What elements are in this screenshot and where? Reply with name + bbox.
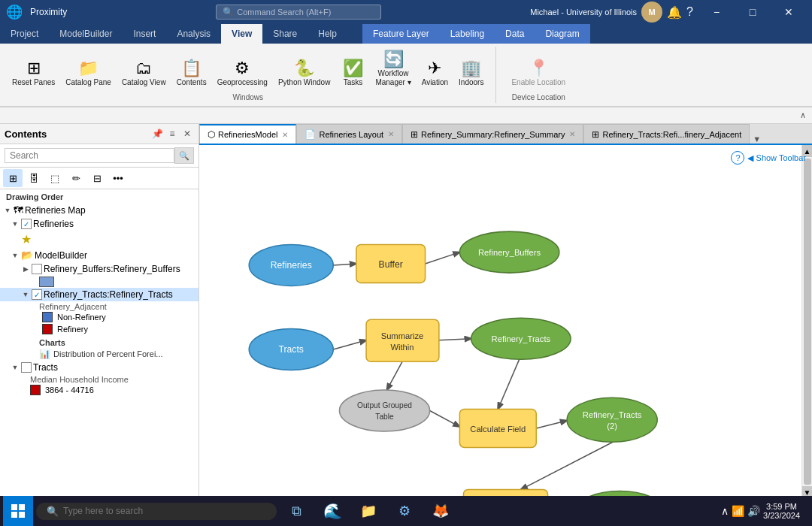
reset-panes-button[interactable]: ⊞ Reset Panes xyxy=(8,57,59,90)
windows-bar: ∧ xyxy=(0,107,812,124)
list-by-editing-button[interactable]: ✏ xyxy=(66,169,86,187)
close-button[interactable]: ✕ xyxy=(771,0,806,24)
python-window-label: Python Window xyxy=(278,78,330,87)
taskbar-search-bar[interactable]: 🔍 xyxy=(36,503,277,520)
tray-arrow-icon[interactable]: ∧ xyxy=(721,505,729,517)
firefox-button[interactable]: 🦊 xyxy=(424,496,457,526)
chart-dist-percent[interactable]: 📊 Distribution of Percent Forei... xyxy=(0,347,198,361)
refinery-adjacent-sublabel: Refinery_Adjacent xyxy=(0,301,198,311)
tasks-button[interactable]: ✅ Tasks xyxy=(336,57,369,90)
sidebar-options-button[interactable]: ≡ xyxy=(165,127,179,141)
layer-checkbox-refineries[interactable] xyxy=(21,219,32,229)
aviation-button[interactable]: ✈ Aviation xyxy=(417,57,453,90)
tab-refineries-layout[interactable]: 📄 Refineries Layout ✕ xyxy=(296,124,402,144)
sidebar-search-input[interactable] xyxy=(5,148,174,163)
maximize-button[interactable]: □ xyxy=(735,0,770,24)
catalog-view-label: Catalog View xyxy=(122,78,166,87)
tab-scroll-button[interactable]: ▼ xyxy=(750,135,764,144)
node-output-grouped[interactable] xyxy=(339,390,429,431)
sidebar-close-button[interactable]: ✕ xyxy=(180,127,194,141)
list-by-drawing-order-button[interactable]: ⊞ xyxy=(3,169,23,187)
help-icon[interactable]: ? xyxy=(686,5,693,19)
more-button[interactable]: ••• xyxy=(108,169,128,187)
sidebar-search-bar: 🔍 xyxy=(0,144,198,168)
tab-share[interactable]: Share xyxy=(262,24,308,44)
search-icon: 🔍 xyxy=(223,7,234,17)
list-by-source-button[interactable]: 🗄 xyxy=(24,169,44,187)
document-tabs-bar: ⬡ RefineriesModel ✕ 📄 Refineries Layout … xyxy=(199,124,812,145)
catalog-view-button[interactable]: 🗂 Catalog View xyxy=(117,57,171,90)
tab-view[interactable]: View xyxy=(221,24,262,44)
tab-labeling[interactable]: Labeling xyxy=(440,24,495,44)
tree-item-star: ★ xyxy=(0,231,198,248)
tab-refineries-model[interactable]: ⬡ RefineriesModel ✕ xyxy=(199,124,296,144)
expander-icon: ▼ xyxy=(3,206,12,215)
settings-button[interactable]: ⚙ xyxy=(388,496,421,526)
tab-analysis[interactable]: Analysis xyxy=(166,24,221,44)
tab-help[interactable]: Help xyxy=(308,24,347,44)
enable-location-button[interactable]: 📍 Enable Location xyxy=(507,57,570,90)
tracts-label: Tracts xyxy=(33,362,58,373)
tab-insert[interactable]: Insert xyxy=(123,24,166,44)
layer-checkbox-refinery-tracts[interactable] xyxy=(32,289,42,300)
notifications-icon[interactable]: 🔔 xyxy=(667,5,682,20)
expander-icon: ▼ xyxy=(11,363,20,372)
tab-refinery-tracts[interactable]: ⊞ Refinery_Tracts:Refi...finery_Adjacent xyxy=(583,124,750,144)
node-refinery-tracts2[interactable] xyxy=(567,398,657,442)
ribbon-group-windows: ⊞ Reset Panes 📁 Catalog Pane 🗂 Catalog V… xyxy=(6,47,496,103)
close-tab-refineries-model[interactable]: ✕ xyxy=(282,131,288,139)
file-explorer-button[interactable]: 📁 xyxy=(352,496,385,526)
minimize-button[interactable]: − xyxy=(699,0,734,24)
aviation-label: Aviation xyxy=(422,78,448,87)
indoors-button[interactable]: 🏢 Indoors xyxy=(454,57,488,90)
ribbon-tab-bar: Project ModelBuilder Insert Analysis Vie… xyxy=(0,24,812,44)
tree-item-tracts[interactable]: ▼ Tracts xyxy=(0,361,198,374)
collapse-icon[interactable]: ∧ xyxy=(800,110,806,120)
python-window-button[interactable]: 🐍 Python Window xyxy=(274,57,335,90)
sidebar-contents: Contents 📌 ≡ ✕ 🔍 ⊞ 🗄 ⬚ ✏ ⊟ ••• Drawing O… xyxy=(0,124,199,526)
sidebar-auto-hide-button[interactable]: 📌 xyxy=(150,127,164,141)
tab-data[interactable]: Data xyxy=(495,24,535,44)
tab-refinery-summary[interactable]: ⊞ Refinery_Summary:Refinery_Summary ✕ xyxy=(402,124,583,144)
geoprocessing-button[interactable]: ⚙ Geoprocessing xyxy=(213,57,272,90)
close-tab-refinery-summary[interactable]: ✕ xyxy=(569,130,575,138)
catalog-pane-button[interactable]: 📁 Catalog Pane xyxy=(61,57,116,90)
taskbar-search-input[interactable] xyxy=(63,506,259,516)
start-button[interactable] xyxy=(3,496,33,526)
tree-item-refinery-tracts[interactable]: ▼ Refinery_Tracts:Refinery_Tracts xyxy=(0,288,198,301)
scroll-thumb[interactable] xyxy=(804,159,811,485)
network-icon[interactable]: 📶 xyxy=(732,505,744,517)
tree-item-modelbuilder[interactable]: ▼ 📂 ModelBuilder xyxy=(0,248,198,262)
node-summarize-within[interactable] xyxy=(366,319,439,361)
tree-item-refineries-map[interactable]: ▼ 🗺 Refineries Map xyxy=(0,203,198,217)
clock-display[interactable]: 3:59 PM 3/23/2024 xyxy=(763,502,806,520)
edge-browser-button[interactable]: 🌊 xyxy=(316,496,349,526)
canvas-help-area[interactable]: ? ◀ Show Toolbar xyxy=(731,151,806,165)
tab-feature-layer[interactable]: Feature Layer xyxy=(362,24,440,44)
help-question-button[interactable]: ? xyxy=(731,151,744,165)
drawing-order-title: Drawing Order xyxy=(0,189,198,203)
chart-dist-label: Distribution of Percent Forei... xyxy=(53,349,163,358)
task-view-button[interactable]: ⧉ xyxy=(280,496,313,526)
volume-icon[interactable]: 🔊 xyxy=(747,505,760,517)
contents-button[interactable]: 📋 Contents xyxy=(172,57,211,90)
refinery-buffers-label: Refinery_Buffers:Refinery_Buffers xyxy=(44,264,180,274)
list-by-selection-button[interactable]: ⬚ xyxy=(45,169,65,187)
workflow-manager-button[interactable]: 🔄 WorkflowManager ▾ xyxy=(371,48,415,90)
layer-checkbox-tracts[interactable] xyxy=(21,362,32,373)
command-search[interactable]: 🔍 xyxy=(216,5,381,20)
refineries-map-label: Refineries Map xyxy=(25,205,86,216)
income-range-label: 3864 - 44716 xyxy=(45,385,94,394)
sidebar-search-button[interactable]: 🔍 xyxy=(174,147,194,164)
tab-project[interactable]: Project xyxy=(0,24,49,44)
tree-item-refinery-buffers[interactable]: ▶ Refinery_Buffers:Refinery_Buffers xyxy=(0,262,198,276)
command-search-input[interactable] xyxy=(237,8,357,17)
vertical-scrollbar[interactable]: ▲ ▼ xyxy=(801,145,812,498)
close-tab-refineries-layout[interactable]: ✕ xyxy=(388,130,394,138)
list-by-snapping-button[interactable]: ⊟ xyxy=(87,169,107,187)
tree-item-refineries[interactable]: ▼ Refineries xyxy=(0,217,198,231)
tab-modelbuilder[interactable]: ModelBuilder xyxy=(49,24,123,44)
svg-text:Refineries: Refineries xyxy=(271,260,312,271)
tab-diagram[interactable]: Diagram xyxy=(535,24,589,44)
layer-checkbox-refinery-buffers[interactable] xyxy=(32,264,42,274)
